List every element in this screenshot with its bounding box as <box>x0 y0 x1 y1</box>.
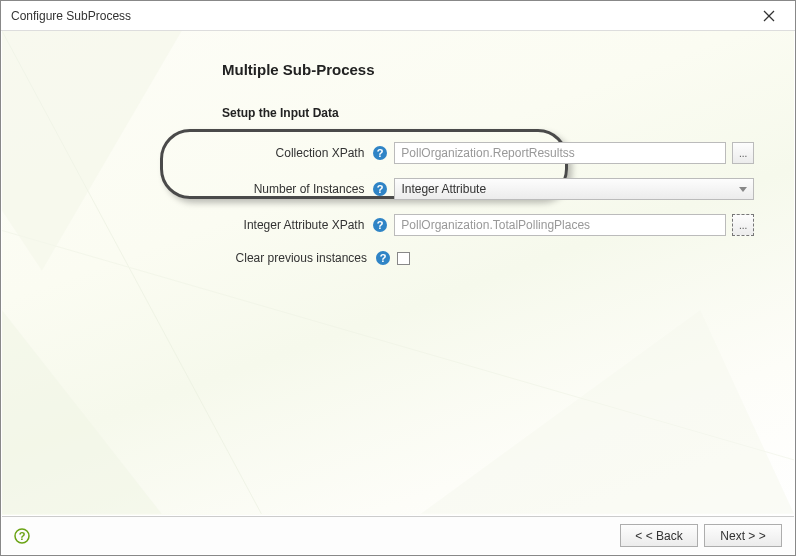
back-button[interactable]: < < Back <box>620 524 698 547</box>
back-button-label: < < Back <box>635 529 682 543</box>
row-collection-xpath: Collection XPath ? ... <box>222 142 754 164</box>
next-button[interactable]: Next > > <box>704 524 782 547</box>
row-number-of-instances: Number of Instances ? Integer Attribute <box>222 178 754 200</box>
close-button[interactable] <box>751 5 787 27</box>
close-icon <box>763 10 775 22</box>
svg-text:?: ? <box>377 147 384 159</box>
window-title: Configure SubProcess <box>11 9 131 23</box>
next-button-label: Next > > <box>720 529 765 543</box>
collection-xpath-browse-button[interactable]: ... <box>732 142 754 164</box>
svg-text:?: ? <box>377 219 384 231</box>
help-icon[interactable]: ? <box>372 217 388 233</box>
chevron-down-icon <box>739 187 747 192</box>
svg-marker-3 <box>2 310 162 513</box>
help-icon: ? <box>14 528 30 544</box>
main-form: Multiple Sub-Process Setup the Input Dat… <box>2 31 794 290</box>
footer: ? < < Back Next > > <box>2 516 794 554</box>
row-integer-attr-xpath: Integer Attribute XPath ? ... <box>222 214 754 236</box>
ellipsis-icon: ... <box>739 148 747 159</box>
integer-attr-label: Integer Attribute XPath <box>222 218 364 232</box>
ellipsis-icon: ... <box>739 220 747 231</box>
row-clear-previous: Clear previous instances ? <box>222 250 754 266</box>
collection-xpath-label: Collection XPath <box>222 146 364 160</box>
instances-select-value: Integer Attribute <box>401 182 486 196</box>
svg-text:?: ? <box>19 530 26 542</box>
page-heading: Multiple Sub-Process <box>222 61 754 78</box>
svg-marker-4 <box>421 310 794 513</box>
footer-help-button[interactable]: ? <box>14 528 30 544</box>
content-area: Multiple Sub-Process Setup the Input Dat… <box>2 31 794 515</box>
instances-select[interactable]: Integer Attribute <box>394 178 754 200</box>
integer-attr-input[interactable] <box>394 214 726 236</box>
clear-previous-label: Clear previous instances <box>222 251 367 265</box>
titlebar: Configure SubProcess <box>1 1 795 31</box>
instances-label: Number of Instances <box>222 182 364 196</box>
section-title: Setup the Input Data <box>222 106 754 120</box>
clear-previous-checkbox[interactable] <box>397 252 410 265</box>
integer-attr-browse-button[interactable]: ... <box>732 214 754 236</box>
svg-text:?: ? <box>377 183 384 195</box>
help-icon[interactable]: ? <box>375 250 391 266</box>
svg-text:?: ? <box>380 252 387 264</box>
help-icon[interactable]: ? <box>372 181 388 197</box>
collection-xpath-input[interactable] <box>394 142 726 164</box>
help-icon[interactable]: ? <box>372 145 388 161</box>
